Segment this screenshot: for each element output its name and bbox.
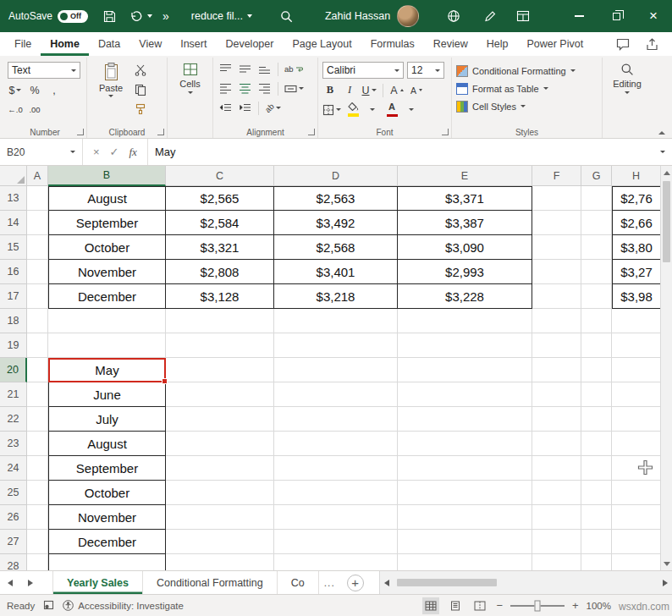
search-icon[interactable] <box>278 7 296 25</box>
page-break-view-button[interactable] <box>471 597 488 614</box>
cell-G28[interactable] <box>581 554 612 570</box>
row-header-17[interactable]: 17 <box>0 284 27 309</box>
cell-H23[interactable] <box>612 432 661 456</box>
cell-C19[interactable] <box>166 333 274 358</box>
cell-G20[interactable] <box>581 358 612 382</box>
zoom-level[interactable]: 100% <box>587 601 611 611</box>
percent-style-button[interactable]: % <box>27 82 42 98</box>
cell-B22[interactable]: July <box>48 407 166 432</box>
align-middle-button[interactable] <box>237 61 252 77</box>
cell-G23[interactable] <box>581 432 612 456</box>
hscroll-track[interactable] <box>394 571 658 594</box>
decrease-font-button[interactable]: A <box>409 82 424 98</box>
align-center-button[interactable] <box>237 80 252 96</box>
cell-E19[interactable] <box>398 333 532 358</box>
cell-G27[interactable] <box>581 530 612 554</box>
cell-G15[interactable] <box>581 235 612 260</box>
cell-E24[interactable] <box>398 456 532 481</box>
menu-tab-power-pivot[interactable]: Power Pivot <box>517 32 592 56</box>
cell-B25[interactable]: October <box>48 481 166 505</box>
cell-E22[interactable] <box>398 407 532 432</box>
formula-input[interactable]: May <box>148 139 653 165</box>
comma-style-button[interactable]: , <box>47 82 62 98</box>
cell-F23[interactable] <box>532 432 581 456</box>
scroll-up-arrow[interactable] <box>661 166 672 179</box>
column-header-e[interactable]: E <box>398 166 532 186</box>
column-header-d[interactable]: D <box>274 166 398 186</box>
column-header-f[interactable]: F <box>532 166 581 186</box>
align-right-button[interactable] <box>256 80 272 96</box>
globe-icon[interactable] <box>444 7 463 25</box>
cell-A27[interactable] <box>27 530 48 554</box>
cell-G14[interactable] <box>581 211 612 235</box>
cell-D22[interactable] <box>274 407 398 432</box>
vscroll-thumb[interactable] <box>663 181 670 262</box>
cell-H17[interactable]: $3,98 <box>612 284 661 309</box>
cell-A16[interactable] <box>27 260 48 284</box>
number-format-dropdown[interactable]: Text <box>8 62 80 79</box>
name-box[interactable]: B20 <box>0 139 83 165</box>
vscroll-track[interactable] <box>661 179 672 557</box>
cell-F26[interactable] <box>532 505 581 530</box>
menu-tab-home[interactable]: Home <box>41 32 89 56</box>
cell-G26[interactable] <box>581 505 612 530</box>
cell-D14[interactable]: $3,492 <box>274 211 398 235</box>
cell-B19[interactable] <box>48 333 166 358</box>
cell-E16[interactable]: $2,993 <box>398 260 532 284</box>
row-header-21[interactable]: 21 <box>0 382 27 407</box>
column-header-h[interactable]: H <box>612 166 661 186</box>
cell-E28[interactable] <box>398 554 532 570</box>
accessibility-checker[interactable]: Accessibility: Investigate <box>63 600 184 611</box>
cell-H16[interactable]: $3,27 <box>612 260 661 284</box>
comments-icon[interactable] <box>614 36 631 52</box>
row-header-25[interactable]: 25 <box>0 481 27 505</box>
cell-C16[interactable]: $2,808 <box>166 260 274 284</box>
autosave-switch[interactable]: Off <box>58 10 88 23</box>
row-header-26[interactable]: 26 <box>0 505 27 530</box>
cell-E23[interactable] <box>398 432 532 456</box>
cell-F19[interactable] <box>532 333 581 358</box>
orientation-button[interactable]: ab <box>265 100 281 116</box>
horizontal-scrollbar[interactable] <box>379 571 672 594</box>
cell-G16[interactable] <box>581 260 612 284</box>
row-header-14[interactable]: 14 <box>0 211 27 235</box>
menu-tab-developer[interactable]: Developer <box>216 32 283 56</box>
cell-C22[interactable] <box>166 407 274 432</box>
increase-font-button[interactable]: A <box>389 82 405 98</box>
cell-A28[interactable] <box>27 554 48 570</box>
macro-record-icon[interactable] <box>43 600 54 612</box>
cell-F18[interactable] <box>532 309 581 333</box>
menu-tab-view[interactable]: View <box>129 32 171 56</box>
cancel-icon[interactable]: × <box>93 146 100 158</box>
cell-A18[interactable] <box>27 309 48 333</box>
cell-B24[interactable]: September <box>48 456 166 481</box>
clipboard-dialog-launcher[interactable] <box>157 129 164 135</box>
cell-C27[interactable] <box>166 530 274 554</box>
cell-E15[interactable]: $3,090 <box>398 235 532 260</box>
cell-A15[interactable] <box>27 235 48 260</box>
add-sheet-button[interactable]: + <box>347 575 364 591</box>
decrease-indent-button[interactable] <box>218 100 233 116</box>
cell-H26[interactable] <box>612 505 661 530</box>
cell-G24[interactable] <box>581 456 612 481</box>
cell-G22[interactable] <box>581 407 612 432</box>
editing-group-button[interactable]: Editing <box>603 58 652 138</box>
align-left-button[interactable] <box>218 80 233 96</box>
fill-handle[interactable] <box>162 378 168 384</box>
cell-E27[interactable] <box>398 530 532 554</box>
undo-dropdown-icon[interactable] <box>147 14 152 18</box>
cell-H21[interactable] <box>612 382 661 407</box>
cell-B23[interactable]: August <box>48 432 166 456</box>
font-size-dropdown[interactable]: 12 <box>407 62 444 79</box>
cell-C26[interactable] <box>166 505 274 530</box>
zoom-slider[interactable] <box>510 605 565 607</box>
row-header-23[interactable]: 23 <box>0 432 27 456</box>
cell-F22[interactable] <box>532 407 581 432</box>
cell-D27[interactable] <box>274 530 398 554</box>
cell-E18[interactable] <box>398 309 532 333</box>
close-button[interactable]: × <box>635 0 672 32</box>
wrap-text-button[interactable]: ab <box>284 61 303 77</box>
account-menu[interactable]: Zahid Hassan <box>325 5 419 27</box>
cell-G13[interactable] <box>581 186 612 211</box>
cell-D21[interactable] <box>274 382 398 407</box>
